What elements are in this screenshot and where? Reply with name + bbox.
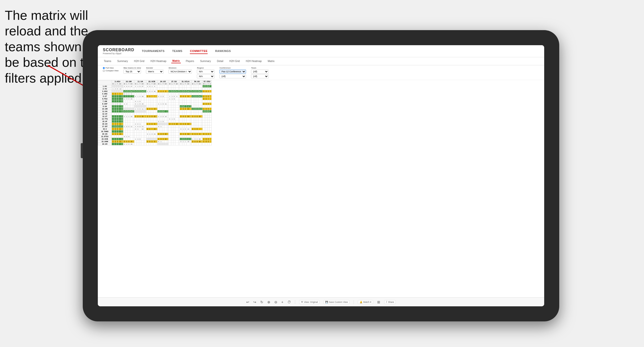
table-row: 16. UO 210-14 201 1110 21015 11011 (98, 123, 212, 125)
table-row: 14. TTU 010 (98, 118, 212, 120)
matrix-area[interactable]: 3. ASU 10. UW 11. UA 22. UCB 24. UO 27. … (98, 80, 544, 297)
plus-icon[interactable]: + (281, 300, 283, 304)
table-row: 2. VU 120-12 (98, 88, 212, 90)
grid-icon[interactable]: ⊞ (377, 300, 380, 304)
undo-icon[interactable]: ↩ (246, 300, 249, 304)
ua-w: W (134, 83, 137, 85)
nav-teams[interactable]: TEAMS (172, 48, 182, 54)
table-row: 23. UNM 200-21 20025 0010 01 01118 00035… (98, 140, 212, 143)
redo-icon[interactable]: ↪ (253, 300, 256, 304)
watch-button[interactable]: 🔔 Watch ▾ (358, 300, 373, 304)
team-select[interactable]: (All) (251, 70, 269, 74)
team-filter: Team (All) (All) (251, 67, 269, 78)
eye-icon: 👁 (301, 301, 303, 303)
ucla-l: L (182, 83, 184, 85)
row-label-ut2: 13. UT (98, 115, 112, 118)
ucla-t: T (184, 83, 186, 85)
share-button[interactable]: ⤴ Share (384, 300, 396, 304)
ucb-t: T (151, 83, 153, 85)
row-label-uw: 10. UW (98, 108, 112, 110)
uu-w: W (191, 83, 194, 85)
uo-t: T (162, 83, 164, 85)
logo-area: SCOREBOARD Powered by clippd (103, 48, 134, 55)
table-row: 15. UF 010 (98, 120, 212, 123)
full-view-radio[interactable]: Full View (103, 67, 118, 69)
division-select[interactable]: NCAA Division I (169, 70, 192, 74)
table-row: 4. UNC 10 0110 (98, 93, 212, 95)
uw-t: T (128, 83, 130, 85)
subnav-detail[interactable]: Detail (216, 59, 224, 63)
view-radio-group: Full View Compact View (103, 67, 118, 72)
uo-l: L (160, 83, 162, 85)
ucb-dif: Dif (153, 83, 156, 85)
subnav-summary2[interactable]: Summary (199, 59, 212, 63)
table-row: 13. UT 21122 02030 12026 22012 20118 200… (98, 115, 212, 118)
row-label-uf: 15. UF (98, 120, 112, 123)
su-w: W (169, 83, 171, 85)
nav-rankings[interactable]: RANKINGS (215, 48, 231, 54)
save-custom-view-button[interactable]: 💾 Save Custom View (324, 300, 350, 304)
row-label-uv: 12. UV (98, 113, 112, 115)
row-label-u: 18. U (98, 128, 112, 130)
uu-l: L (194, 83, 196, 85)
compact-view-radio[interactable]: Compact View (103, 70, 118, 72)
osu-w: W (203, 83, 205, 85)
table-row: 19. TAMU (98, 130, 212, 133)
filter-bar: Full View Compact View Max teams in view… (98, 65, 544, 80)
team-select2[interactable]: (All) (251, 74, 269, 78)
col-osu-header: 57. OSU (203, 80, 212, 83)
subnav-h2h-heatmap2[interactable]: H2H Heatmap (245, 59, 263, 63)
subnav-h2h-grid2[interactable]: H2H Grid (228, 59, 241, 63)
tablet-frame: SCOREBOARD Powered by clippd TOURNAMENTS… (83, 30, 559, 321)
conference-select[interactable]: Pac-12 Conference (219, 70, 246, 74)
gender-select[interactable]: Men's (146, 70, 164, 74)
osu-l: L (205, 83, 207, 85)
subnav-h2h-heatmap[interactable]: H2H Heatmap (149, 59, 167, 63)
conference-filter: Conference Pac-12 Conference (All) (219, 67, 246, 78)
subnav-teams[interactable]: Teams (103, 59, 112, 63)
row-label-fsu: 6. FSU (98, 98, 112, 100)
table-row: 22. UCB 130 14012 10344 10038 160 (98, 138, 212, 140)
chevron-down-icon: ▾ (370, 301, 371, 303)
row-label-ucb: 22. UCB (98, 138, 112, 140)
table-row: 18. U 20011 0110 0113 01013 010 (98, 128, 212, 130)
region-select2[interactable]: N/A (197, 74, 214, 78)
gender-filter: Gender Men's (146, 67, 164, 74)
refresh-icon[interactable]: ↻ (260, 300, 263, 304)
subnav-matrix[interactable]: Matrix (171, 59, 181, 63)
region-select[interactable]: N/A (197, 70, 214, 74)
conference-select2[interactable]: (All) (219, 74, 246, 78)
col-uo-header: 24. UO (157, 80, 169, 83)
subnav-matrix2[interactable]: Matrix (267, 59, 276, 63)
su-t: T (173, 83, 175, 85)
watch-icon: 🔔 (360, 301, 362, 303)
table-row: 3. ASU 40080 501201 20048 0100 60052 600… (98, 90, 212, 93)
nav-tournaments[interactable]: TOURNAMENTS (142, 48, 165, 54)
row-label-tamu: 19. TAMU (98, 130, 112, 133)
table-row: 17. GIT 10011 10011 10011 01 (98, 125, 212, 128)
table-row: 8. UAF 01014 12 01015 11011 010 (98, 103, 212, 105)
uo-dif: Dif (164, 83, 167, 85)
max-teams-select[interactable]: Top 25 (123, 70, 141, 74)
uu-t: T (196, 83, 198, 85)
col-uu-header: 54. UU (191, 80, 202, 83)
zoom-out-icon[interactable]: ⊖ (274, 300, 277, 304)
timer-icon[interactable]: ⏱ (287, 300, 291, 304)
main-nav: TOURNAMENTS TEAMS COMMITTEE RANKINGS (142, 48, 231, 54)
logo-subtitle: Powered by clippd (103, 52, 134, 55)
save-icon: 💾 (325, 301, 328, 303)
subnav-summary[interactable]: Summary (116, 59, 129, 63)
table-row: 20. UG 110-38 01023 11040 01019 1310 010 (98, 133, 212, 135)
nav-committee[interactable]: COMMITTEE (190, 48, 208, 54)
zoom-in-icon[interactable]: ⊕ (267, 300, 270, 304)
view-original-button[interactable]: 👁 View: Original (299, 300, 319, 304)
asu-dif: Dif (118, 83, 122, 85)
col-ucla-header: 31. UCLA (180, 80, 191, 83)
row-label-uo2: 24. UO (98, 143, 112, 145)
subnav-h2h-grid[interactable]: H2H Grid (133, 59, 145, 63)
uw-l: L (126, 83, 128, 85)
ua-l: L (137, 83, 139, 85)
subnav-players[interactable]: Players (185, 59, 195, 63)
osu-d: D (209, 83, 211, 85)
toolbar-sep-2 (354, 300, 354, 304)
